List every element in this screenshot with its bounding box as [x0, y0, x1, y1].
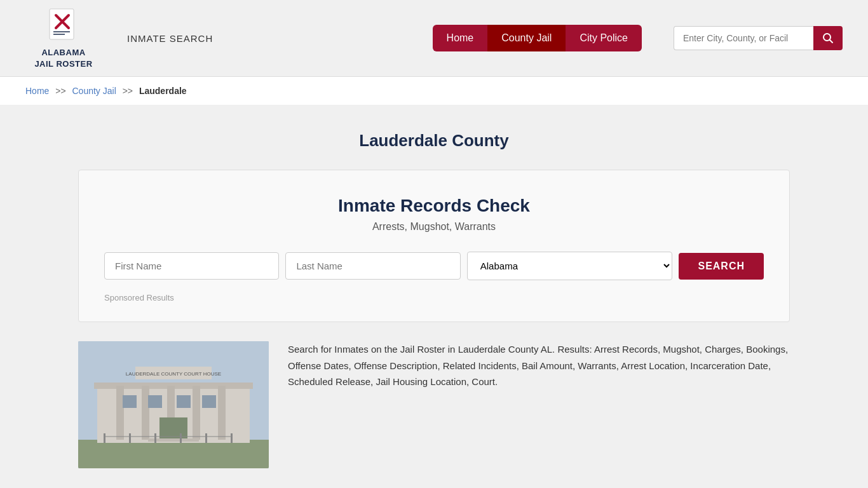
svg-line-6 — [830, 40, 833, 43]
bottom-section: LAUDERDALE COUNTY COURT HOUSE Search for… — [78, 341, 790, 481]
first-name-input[interactable] — [104, 252, 279, 280]
breadcrumb: Home >> County Jail >> Lauderdale — [0, 77, 868, 105]
logo-area: ALABAMAJAIL ROSTER — [25, 6, 102, 70]
state-select[interactable]: AlabamaAlaskaArizonaArkansasCaliforniaCo… — [467, 252, 673, 280]
svg-rect-19 — [202, 395, 216, 408]
svg-text:LAUDERDALE COUNTY COURT HOUSE: LAUDERDALE COUNTY COURT HOUSE — [126, 371, 221, 377]
svg-rect-22 — [104, 433, 105, 443]
logo-text: ALABAMAJAIL ROSTER — [34, 47, 92, 70]
breadcrumb-sep-2: >> — [123, 86, 133, 96]
city-police-nav-button[interactable]: City Police — [566, 25, 642, 51]
svg-rect-26 — [205, 433, 207, 443]
svg-rect-25 — [180, 433, 182, 443]
header-search-input[interactable] — [674, 26, 813, 50]
svg-rect-14 — [193, 386, 200, 440]
header-search-button[interactable] — [813, 26, 843, 50]
inmate-search-form: AlabamaAlaskaArizonaArkansasCaliforniaCo… — [104, 252, 764, 280]
svg-rect-0 — [50, 9, 74, 39]
breadcrumb-sep-1: >> — [55, 86, 65, 96]
svg-rect-27 — [231, 433, 233, 443]
svg-rect-11 — [116, 386, 124, 440]
main-content: Lauderdale County Inmate Records Check A… — [53, 105, 815, 488]
page-title: Lauderdale County — [78, 131, 790, 151]
search-button[interactable]: SEARCH — [679, 253, 764, 280]
site-header: ALABAMAJAIL ROSTER INMATE SEARCH Home Co… — [0, 0, 868, 77]
inmate-search-label: INMATE SEARCH — [127, 33, 213, 44]
jail-building-image: LAUDERDALE COUNTY COURT HOUSE — [78, 341, 269, 468]
records-card: Inmate Records Check Arrests, Mugshot, W… — [78, 170, 790, 322]
svg-rect-16 — [123, 395, 137, 408]
records-card-title: Inmate Records Check — [104, 196, 764, 216]
breadcrumb-home-link[interactable]: Home — [25, 86, 49, 96]
logo-icon — [44, 6, 83, 44]
home-nav-button[interactable]: Home — [433, 25, 488, 51]
header-search-area — [674, 26, 843, 50]
search-icon — [822, 32, 834, 44]
svg-rect-8 — [78, 440, 269, 468]
svg-rect-15 — [218, 386, 226, 440]
svg-rect-23 — [129, 433, 131, 443]
nav-area: Home County Jail City Police — [433, 25, 642, 51]
sponsored-label: Sponsored Results — [104, 293, 764, 302]
breadcrumb-current: Lauderdale — [139, 86, 187, 96]
description-text: Search for Inmates on the Jail Roster in… — [288, 341, 790, 390]
svg-rect-18 — [177, 395, 191, 408]
county-jail-nav-button[interactable]: County Jail — [487, 25, 566, 51]
breadcrumb-county-jail-link[interactable]: County Jail — [72, 86, 116, 96]
records-card-subtitle: Arrests, Mugshot, Warrants — [104, 221, 764, 233]
svg-rect-17 — [148, 395, 162, 408]
svg-rect-24 — [154, 433, 156, 443]
last-name-input[interactable] — [285, 252, 460, 280]
svg-rect-12 — [142, 386, 149, 440]
